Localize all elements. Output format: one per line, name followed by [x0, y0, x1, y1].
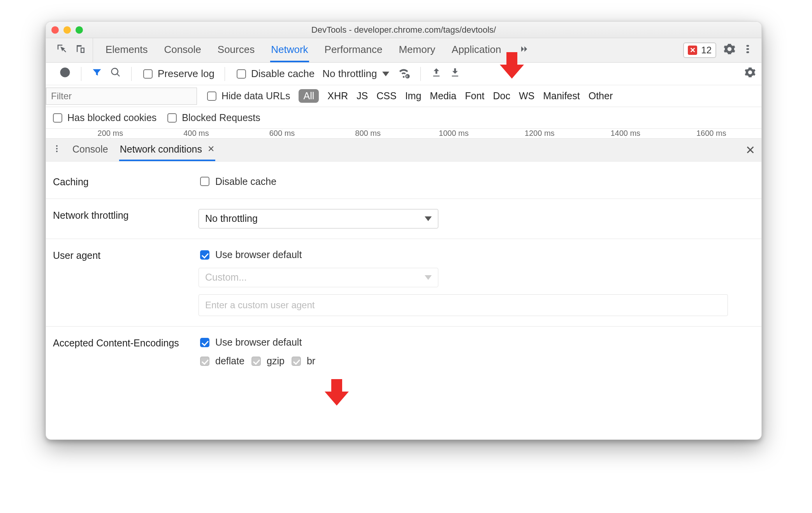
- filter-chip-all[interactable]: All: [299, 89, 319, 103]
- drawer-header: Console Network conditions ✕ ✕: [46, 138, 761, 162]
- timeline-tick: 1600 ms: [696, 129, 726, 137]
- throttling-select-value: No throttling: [205, 213, 258, 224]
- upload-icon[interactable]: [431, 67, 442, 81]
- svg-point-8: [56, 151, 58, 152]
- timeline-tick: 1400 ms: [610, 129, 640, 137]
- drawer-kebab-icon[interactable]: [52, 144, 62, 156]
- enc-use-browser-default-label: Use browser default: [215, 337, 302, 348]
- drawer-tab-console[interactable]: Console: [72, 139, 109, 161]
- tab-label: Sources: [218, 44, 255, 56]
- tab-label: Application: [452, 44, 501, 56]
- search-icon[interactable]: [110, 67, 121, 81]
- ua-use-browser-default-label: Use browser default: [215, 249, 302, 260]
- error-count: 12: [701, 45, 712, 56]
- filter-chip-xhr[interactable]: XHR: [327, 90, 348, 102]
- enc-use-browser-default-checkbox[interactable]: Use browser default: [199, 337, 754, 348]
- error-count-pill[interactable]: ✕ 12: [683, 42, 716, 58]
- throttling-dropdown[interactable]: No throttling: [322, 68, 389, 80]
- network-toolbar: Preserve log Disable cache No throttling: [46, 63, 761, 85]
- filter-chip-js[interactable]: JS: [357, 90, 368, 102]
- timeline-tick: 1200 ms: [525, 129, 555, 137]
- network-conditions-icon[interactable]: [397, 66, 410, 82]
- nc-disable-cache-label: Disable cache: [215, 176, 276, 187]
- preserve-log-checkbox[interactable]: Preserve log: [142, 68, 214, 80]
- svg-point-7: [56, 148, 58, 149]
- traffic-lights: [51, 26, 83, 33]
- filter-chip-img[interactable]: Img: [405, 90, 422, 102]
- timeline-tick: 400 ms: [183, 129, 209, 137]
- tab-label: Network: [271, 44, 308, 56]
- caching-label: Caching: [53, 176, 199, 188]
- enc-br-checkbox: br: [290, 355, 315, 367]
- disable-cache-checkbox[interactable]: Disable cache: [235, 68, 315, 80]
- disable-cache-label: Disable cache: [251, 68, 315, 80]
- close-tab-icon[interactable]: ✕: [207, 144, 214, 154]
- filter-bar: Hide data URLs All XHR JS CSS Img Media …: [46, 85, 761, 107]
- hide-data-urls-checkbox[interactable]: Hide data URLs: [206, 90, 290, 102]
- ua-use-browser-default-checkbox[interactable]: Use browser default: [199, 249, 754, 261]
- enc-label: br: [307, 355, 315, 367]
- user-agent-label: User agent: [53, 249, 199, 262]
- has-blocked-cookies-checkbox[interactable]: Has blocked cookies: [51, 112, 156, 124]
- svg-point-5: [406, 74, 410, 78]
- svg-point-1: [747, 48, 749, 50]
- filter-chip-ws[interactable]: WS: [519, 90, 534, 102]
- window-title: DevTools - developer.chrome.com/tags/dev…: [311, 25, 496, 35]
- network-conditions-panel: Caching Disable cache Network throttling…: [46, 162, 761, 381]
- tabs-overflow-icon[interactable]: [518, 44, 529, 57]
- filter-chip-font[interactable]: Font: [465, 90, 484, 102]
- filter-chip-media[interactable]: Media: [430, 90, 456, 102]
- tab-console[interactable]: Console: [163, 38, 202, 62]
- nc-disable-cache-checkbox[interactable]: Disable cache: [199, 176, 754, 187]
- drawer-close-button[interactable]: ✕: [745, 143, 755, 157]
- clear-button[interactable]: [59, 67, 71, 81]
- filter-chip-doc[interactable]: Doc: [493, 90, 510, 102]
- ua-select-placeholder: Custom...: [205, 272, 247, 283]
- device-toolbar-icon[interactable]: [75, 43, 86, 58]
- throttling-value: No throttling: [322, 68, 377, 80]
- caching-row: Caching Disable cache: [46, 165, 761, 199]
- filter-icon[interactable]: [91, 67, 102, 81]
- enc-label: gzip: [267, 355, 285, 367]
- user-agent-row: User agent Use browser default Custom...: [46, 239, 761, 327]
- network-timeline[interactable]: 200 ms 400 ms 600 ms 800 ms 1000 ms 1200…: [46, 129, 761, 138]
- blocked-requests-label: Blocked Requests: [182, 112, 260, 123]
- window-maximize-button[interactable]: [76, 26, 83, 33]
- ua-select: Custom...: [199, 268, 438, 287]
- tab-sources[interactable]: Sources: [217, 38, 255, 62]
- svg-point-2: [747, 51, 749, 53]
- tab-label: Performance: [325, 44, 383, 56]
- window-minimize-button[interactable]: [63, 26, 71, 33]
- error-icon: ✕: [688, 46, 697, 55]
- accepted-encodings-row: Accepted Content-Encodings Use browser d…: [46, 327, 761, 377]
- blocked-requests-checkbox[interactable]: Blocked Requests: [166, 112, 260, 124]
- inspect-element-icon[interactable]: [56, 43, 68, 58]
- settings-icon[interactable]: [723, 43, 736, 58]
- tab-performance[interactable]: Performance: [324, 38, 383, 62]
- window-close-button[interactable]: [51, 26, 59, 33]
- download-icon[interactable]: [450, 67, 460, 81]
- blocked-bar: Has blocked cookies Blocked Requests: [46, 107, 761, 129]
- chevron-down-icon: [425, 216, 432, 221]
- filter-input[interactable]: [46, 88, 197, 105]
- kebab-menu-icon[interactable]: [743, 43, 754, 58]
- tab-elements[interactable]: Elements: [105, 38, 148, 62]
- tab-label: Console: [164, 44, 201, 56]
- timeline-tick: 800 ms: [355, 129, 381, 137]
- filter-chip-other[interactable]: Other: [589, 90, 613, 102]
- tab-application[interactable]: Application: [451, 38, 502, 62]
- svg-point-0: [747, 45, 749, 47]
- enc-label: deflate: [215, 355, 244, 367]
- chevron-down-icon: [382, 72, 389, 76]
- throttling-select[interactable]: No throttling: [199, 209, 438, 228]
- tab-network[interactable]: Network: [270, 38, 309, 62]
- tab-memory[interactable]: Memory: [398, 38, 436, 62]
- filter-chip-manifest[interactable]: Manifest: [543, 90, 580, 102]
- preserve-log-label: Preserve log: [158, 68, 214, 80]
- throttling-label: Network throttling: [53, 209, 199, 222]
- drawer-tab-network-conditions[interactable]: Network conditions ✕: [119, 139, 215, 161]
- throttling-row: Network throttling No throttling: [46, 199, 761, 239]
- ua-custom-input[interactable]: [199, 294, 728, 316]
- network-settings-icon[interactable]: [744, 67, 756, 81]
- filter-chip-css[interactable]: CSS: [376, 90, 396, 102]
